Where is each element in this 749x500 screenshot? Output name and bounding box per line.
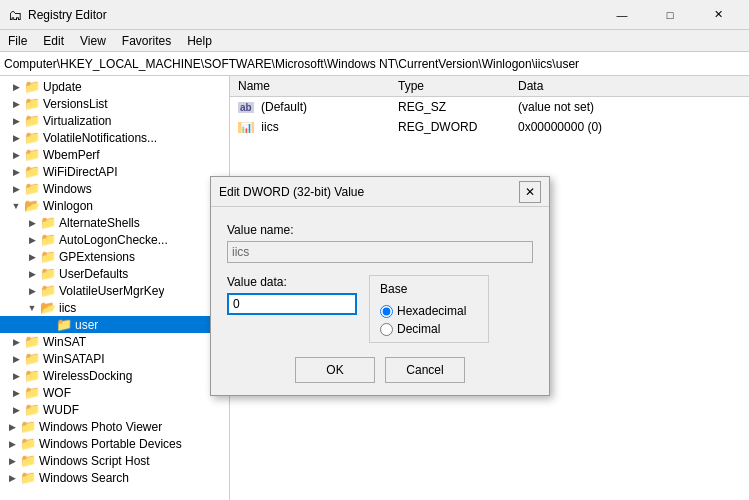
base-group: Base Hexadecimal Decimal <box>369 275 489 343</box>
hexadecimal-radio[interactable] <box>380 305 393 318</box>
value-data-input[interactable] <box>227 293 357 315</box>
dialog-buttons: OK Cancel <box>227 357 533 383</box>
decimal-radio-label[interactable]: Decimal <box>380 322 478 336</box>
maximize-button[interactable]: □ <box>647 0 693 30</box>
menu-view[interactable]: View <box>72 32 114 50</box>
value-data-group: Value data: <box>227 275 357 315</box>
app-icon: 🗂 <box>8 7 22 23</box>
hexadecimal-label: Hexadecimal <box>397 304 466 318</box>
menu-edit[interactable]: Edit <box>35 32 72 50</box>
dialog-close-button[interactable]: ✕ <box>519 181 541 203</box>
dialog-overlay: Edit DWORD (32-bit) Value ✕ Value name: … <box>0 76 749 500</box>
dialog-data-row: Value data: Base Hexadecimal Decimal <box>227 275 533 343</box>
address-bar: Computer\HKEY_LOCAL_MACHINE\SOFTWARE\Mic… <box>0 52 749 76</box>
dialog-title-bar: Edit DWORD (32-bit) Value ✕ <box>211 177 549 207</box>
dialog-title: Edit DWORD (32-bit) Value <box>219 185 364 199</box>
main-content: ▶ 📁 Update ▶ 📁 VersionsList ▶ 📁 Virtuali… <box>0 76 749 500</box>
dialog-body: Value name: Value data: Base Hexadecimal <box>211 207 549 395</box>
base-label: Base <box>380 282 478 296</box>
decimal-radio[interactable] <box>380 323 393 336</box>
title-bar-left: 🗂 Registry Editor <box>8 7 107 23</box>
address-path: Computer\HKEY_LOCAL_MACHINE\SOFTWARE\Mic… <box>4 57 579 71</box>
value-name-input[interactable] <box>227 241 533 263</box>
hexadecimal-radio-label[interactable]: Hexadecimal <box>380 304 478 318</box>
window-title: Registry Editor <box>28 8 107 22</box>
menu-bar: File Edit View Favorites Help <box>0 30 749 52</box>
value-name-label: Value name: <box>227 223 533 237</box>
close-button[interactable]: ✕ <box>695 0 741 30</box>
title-bar: 🗂 Registry Editor — □ ✕ <box>0 0 749 30</box>
menu-help[interactable]: Help <box>179 32 220 50</box>
title-bar-controls: — □ ✕ <box>599 0 741 30</box>
decimal-label: Decimal <box>397 322 440 336</box>
value-data-label: Value data: <box>227 275 357 289</box>
minimize-button[interactable]: — <box>599 0 645 30</box>
menu-file[interactable]: File <box>0 32 35 50</box>
edit-dword-dialog: Edit DWORD (32-bit) Value ✕ Value name: … <box>210 176 550 396</box>
ok-button[interactable]: OK <box>295 357 375 383</box>
cancel-button[interactable]: Cancel <box>385 357 465 383</box>
menu-favorites[interactable]: Favorites <box>114 32 179 50</box>
